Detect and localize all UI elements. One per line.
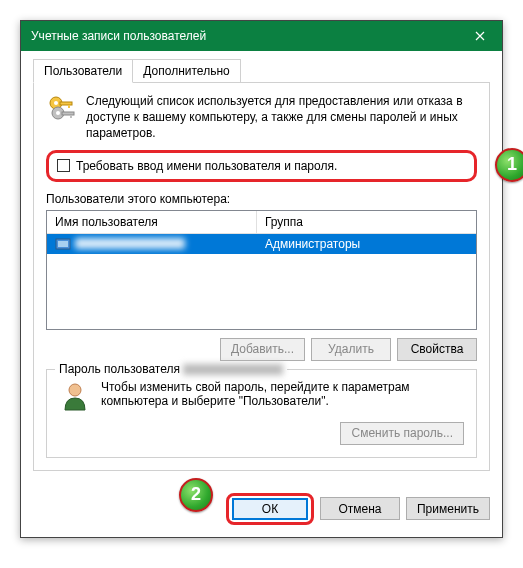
svg-point-1 bbox=[54, 101, 58, 105]
column-group[interactable]: Группа bbox=[257, 211, 476, 233]
user-icon bbox=[55, 237, 71, 251]
svg-rect-6 bbox=[62, 112, 74, 115]
window-title: Учетные записи пользователей bbox=[31, 29, 206, 43]
password-text: Чтобы изменить свой пароль, перейдите к … bbox=[101, 380, 464, 408]
column-username[interactable]: Имя пользователя bbox=[47, 211, 257, 233]
require-password-checkbox[interactable] bbox=[57, 159, 70, 172]
cell-group: Администраторы bbox=[257, 234, 476, 254]
close-button[interactable] bbox=[457, 21, 502, 51]
svg-rect-7 bbox=[70, 115, 72, 118]
password-row: Чтобы изменить свой пароль, перейдите к … bbox=[59, 380, 464, 412]
svg-point-5 bbox=[56, 111, 60, 115]
properties-button[interactable]: Свойства bbox=[397, 338, 477, 361]
password-group-title: Пароль пользователя bbox=[55, 362, 287, 376]
annotation-badge-2: 2 bbox=[179, 478, 213, 512]
user-accounts-dialog: Учетные записи пользователей Пользовател… bbox=[20, 20, 503, 538]
titlebar[interactable]: Учетные записи пользователей bbox=[21, 21, 502, 51]
listview-header: Имя пользователя Группа bbox=[47, 211, 476, 234]
table-row[interactable]: Администраторы bbox=[47, 234, 476, 254]
user-avatar-icon bbox=[59, 380, 91, 412]
dialog-button-row: 2 ОК Отмена Применить bbox=[21, 483, 502, 537]
tab-advanced[interactable]: Дополнительно bbox=[132, 59, 240, 82]
apply-button[interactable]: Применить bbox=[406, 497, 490, 520]
cancel-button[interactable]: Отмена bbox=[320, 497, 400, 520]
keys-icon bbox=[46, 93, 78, 125]
change-password-button[interactable]: Сменить пароль... bbox=[340, 422, 464, 445]
username-blurred bbox=[75, 238, 185, 249]
tab-users[interactable]: Пользователи bbox=[33, 59, 133, 83]
remove-button[interactable]: Удалить bbox=[311, 338, 391, 361]
svg-rect-9 bbox=[58, 241, 68, 247]
ok-button[interactable]: ОК bbox=[232, 498, 308, 520]
tab-strip: Пользователи Дополнительно bbox=[33, 59, 490, 83]
ok-highlight: 2 ОК bbox=[226, 493, 314, 525]
svg-point-10 bbox=[69, 384, 81, 396]
cell-username bbox=[47, 234, 257, 254]
svg-rect-2 bbox=[60, 102, 72, 105]
info-row: Следующий список используется для предос… bbox=[46, 93, 477, 142]
require-password-highlight: Требовать ввод имени пользователя и паро… bbox=[46, 150, 477, 182]
password-groupbox: Пароль пользователя Чтобы изменить свой … bbox=[46, 369, 477, 458]
info-text: Следующий список используется для предос… bbox=[86, 93, 477, 142]
users-listview[interactable]: Имя пользователя Группа Администраторы bbox=[46, 210, 477, 330]
close-icon bbox=[475, 31, 485, 41]
tab-users-panel: Следующий список используется для предос… bbox=[33, 83, 490, 471]
password-button-row: Сменить пароль... bbox=[59, 422, 464, 445]
users-list-caption: Пользователи этого компьютера: bbox=[46, 192, 477, 206]
require-password-label: Требовать ввод имени пользователя и паро… bbox=[76, 159, 337, 173]
user-buttons-row: Добавить... Удалить Свойства bbox=[46, 338, 477, 361]
svg-rect-3 bbox=[68, 105, 70, 108]
annotation-badge-1: 1 bbox=[495, 148, 523, 182]
add-button[interactable]: Добавить... bbox=[220, 338, 305, 361]
dialog-content: Пользователи Дополнительно Следующий спи… bbox=[21, 51, 502, 483]
password-user-blurred bbox=[183, 364, 283, 375]
password-group-prefix: Пароль пользователя bbox=[59, 362, 180, 376]
